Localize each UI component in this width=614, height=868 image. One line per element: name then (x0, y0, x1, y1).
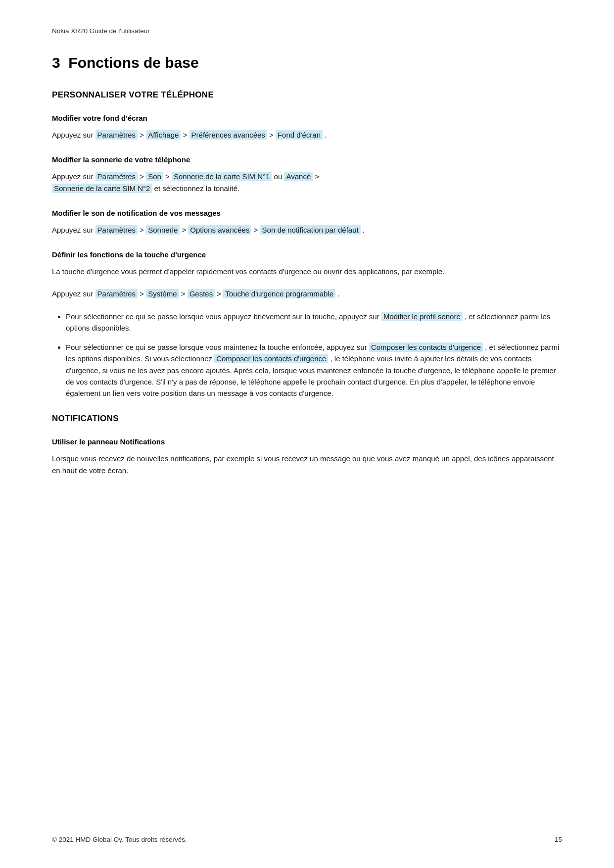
urgence-bullet-list: Pour sélectionner ce qui se passe lorsqu… (66, 311, 562, 399)
highlight-preferences-avancees: Préférences avancées (189, 130, 267, 140)
subsection-notification-son: Modifier le son de notification de vos m… (52, 209, 562, 236)
highlight-sonnerie-2: Sonnerie (146, 225, 180, 235)
highlight-sonnerie-sim2: Sonnerie de la carte SIM N°2 (52, 184, 152, 193)
highlight-son: Son (146, 172, 163, 181)
subsection-title-urgence: Définir les fonctions de la touche d'urg… (52, 250, 562, 259)
section-personnaliser: PERSONNALISER VOTRE TÉLÉPHONE Modifier v… (52, 90, 562, 399)
subsection-title-fond-ecran: Modifier votre fond d'écran (52, 114, 562, 122)
highlight-parametres-2: Paramètres (95, 172, 138, 181)
highlight-fond-ecran: Fond d'écran (276, 130, 323, 140)
section-title-personnaliser: PERSONNALISER VOTRE TÉLÉPHONE (52, 90, 562, 100)
page-header: Nokia XR20 Guide de l'utilisateur (52, 27, 562, 35)
paragraph-urgence-intro: La touche d'urgence vous permet d'appele… (52, 266, 562, 277)
highlight-composer-contacts-1: Composer les contacts d'urgence (369, 342, 483, 352)
section-title-notifications: NOTIFICATIONS (52, 414, 562, 424)
highlight-avance: Avancé (284, 172, 313, 181)
highlight-parametres-1: Paramètres (95, 130, 138, 140)
subsection-title-panneau-notif: Utiliser le panneau Notifications (52, 437, 562, 446)
highlight-parametres-3: Paramètres (95, 225, 138, 235)
highlight-composer-contacts-2: Composer les contacts d'urgence (214, 354, 328, 363)
highlight-systeme: Système (146, 289, 179, 298)
subsection-title-sonnerie: Modifier la sonnerie de votre téléphone (52, 155, 562, 164)
footer-page-number: 15 (555, 836, 562, 843)
highlight-sonnerie-sim1: Sonnerie de la carte SIM N°1 (172, 172, 272, 181)
paragraph-sonnerie: Appuyez sur Paramètres > Son > Sonnerie … (52, 171, 562, 194)
paragraph-notification-son: Appuyez sur Paramètres > Sonnerie > Opti… (52, 224, 562, 236)
highlight-gestes: Gestes (188, 289, 215, 298)
bullet-item-2: Pour sélectionner ce qui se passe lorsqu… (66, 341, 562, 399)
highlight-son-notification: Son de notification par défaut (260, 225, 361, 235)
paragraph-fond-ecran: Appuyez sur Paramètres > Affichage > Pré… (52, 129, 562, 141)
page: Nokia XR20 Guide de l'utilisateur 3 Fonc… (0, 0, 614, 868)
section-notifications: NOTIFICATIONS Utiliser le panneau Notifi… (52, 414, 562, 476)
chapter-name: Fonctions de base (68, 54, 198, 71)
subsection-fond-ecran: Modifier votre fond d'écran Appuyez sur … (52, 114, 562, 141)
highlight-modifier-profil: Modifier le profil sonore (381, 312, 463, 321)
highlight-options-avancees: Options avancées (188, 225, 251, 235)
subsection-urgence: Définir les fonctions de la touche d'urg… (52, 250, 562, 399)
footer-copyright: © 2021 HMD Global Oy. Tous droits réserv… (52, 836, 187, 843)
subsection-panneau-notif: Utiliser le panneau Notifications Lorsqu… (52, 437, 562, 476)
paragraph-urgence-path: Appuyez sur Paramètres > Système > Geste… (52, 288, 562, 299)
page-footer: © 2021 HMD Global Oy. Tous droits réserv… (52, 836, 562, 843)
chapter-title: 3 Fonctions de base (52, 54, 562, 71)
highlight-parametres-4: Paramètres (95, 289, 138, 298)
subsection-sonnerie: Modifier la sonnerie de votre téléphone … (52, 155, 562, 194)
highlight-touche-urgence: Touche d'urgence programmable (223, 289, 335, 298)
bullet-item-1: Pour sélectionner ce qui se passe lorsqu… (66, 311, 562, 334)
chapter-number: 3 (52, 54, 60, 71)
paragraph-panneau-notif: Lorsque vous recevez de nouvelles notifi… (52, 453, 562, 476)
highlight-affichage: Affichage (146, 130, 181, 140)
subsection-title-notification-son: Modifier le son de notification de vos m… (52, 209, 562, 217)
